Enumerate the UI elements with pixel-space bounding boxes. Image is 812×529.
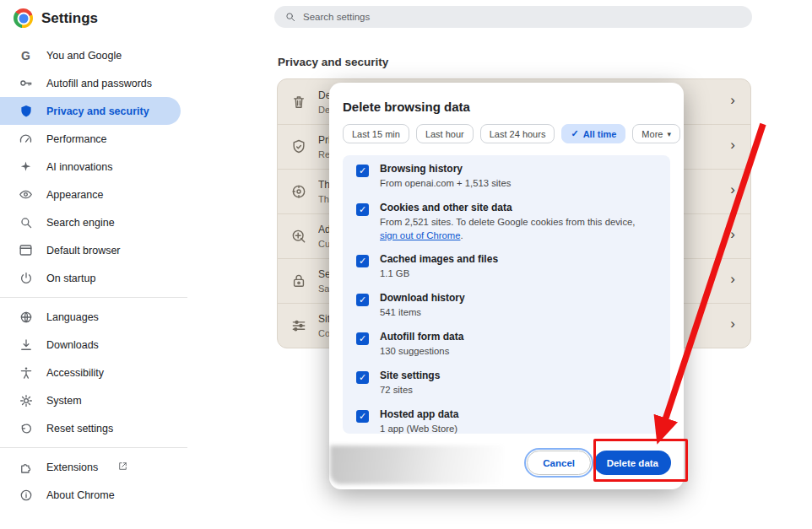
chip-more[interactable]: More▾: [632, 124, 680, 143]
external-link-icon: [117, 461, 128, 474]
sidebar-item-label: Appearance: [46, 189, 103, 201]
sidebar-item-label: Downloads: [46, 339, 99, 351]
settings-search-bar[interactable]: [274, 6, 752, 28]
item-label: Autofill form data: [380, 331, 463, 343]
puzzle-icon: [18, 459, 34, 475]
sidebar-item-languages[interactable]: Languages: [0, 303, 181, 331]
checkbox-row-cached-images[interactable]: ✓ Cached images and files 1.1 GB: [343, 246, 670, 284]
checkbox-checked-icon[interactable]: ✓: [356, 371, 369, 384]
redacted-blur: [330, 445, 504, 484]
sidebar-item-label: On startup: [46, 273, 95, 284]
sidebar-item-reset-settings[interactable]: Reset settings: [0, 414, 181, 442]
info-icon: [18, 487, 34, 503]
item-label: Hosted app data: [380, 408, 458, 420]
sign-out-link[interactable]: sign out of Chrome: [380, 230, 460, 240]
chip-last-hour[interactable]: Last hour: [416, 124, 474, 143]
sidebar-item-system[interactable]: System: [0, 386, 181, 414]
settings-sidebar: Settings G You and Google Autofill and p…: [0, 0, 187, 529]
page-title: Privacy and security: [278, 56, 388, 68]
lock-icon: [290, 273, 307, 289]
time-range-chips: Last 15 min Last hour Last 24 hours ✓All…: [329, 124, 684, 155]
checkbox-row-cookies[interactable]: ✓ Cookies and other site data From 2,521…: [343, 194, 670, 246]
magnifier-icon: [18, 214, 34, 230]
chip-label: All time: [583, 129, 617, 139]
sidebar-divider: [0, 297, 187, 298]
ads-icon: [290, 228, 307, 245]
sidebar-item-privacy-security[interactable]: Privacy and security: [0, 97, 181, 125]
sidebar-item-on-startup[interactable]: On startup: [0, 264, 181, 292]
sparkle-icon: [18, 159, 34, 175]
chip-label: Last hour: [425, 129, 464, 139]
browser-window-icon: [18, 242, 34, 258]
delete-browsing-data-dialog: Delete browsing data Last 15 min Last ho…: [329, 83, 684, 489]
sidebar-nav: G You and Google Autofill and passwords …: [0, 41, 187, 509]
checkbox-row-browsing-history[interactable]: ✓ Browsing history From openai.com + 1,5…: [343, 155, 670, 194]
chip-last-15-min[interactable]: Last 15 min: [343, 124, 409, 143]
chip-label: More: [641, 129, 663, 139]
row-subtitle: Co: [318, 328, 330, 338]
checkbox-row-hosted-app-data[interactable]: ✓ Hosted app data 1 app (Web Store): [343, 401, 670, 434]
sidebar-item-about-chrome[interactable]: About Chrome: [0, 481, 181, 509]
dropdown-caret-icon: ▾: [667, 130, 671, 138]
gear-icon: [18, 392, 34, 408]
key-icon: [18, 75, 34, 91]
cancel-button[interactable]: Cancel: [527, 451, 591, 475]
checkbox-checked-icon[interactable]: ✓: [356, 332, 369, 345]
power-icon: [18, 270, 34, 286]
chevron-right-icon: ›: [730, 271, 735, 288]
sidebar-item-autofill[interactable]: Autofill and passwords: [0, 69, 181, 97]
sidebar-item-ai-innovations[interactable]: AI innovations: [0, 153, 181, 181]
search-input[interactable]: [303, 12, 742, 22]
checkbox-checked-icon[interactable]: ✓: [356, 165, 369, 177]
globe-icon: [18, 309, 34, 325]
chevron-right-icon: ›: [730, 137, 735, 154]
checkbox-checked-icon[interactable]: ✓: [356, 255, 369, 267]
checkbox-row-site-settings[interactable]: ✓ Site settings 72 sites: [343, 362, 670, 401]
sidebar-item-label: You and Google: [46, 50, 122, 62]
reset-icon: [18, 420, 34, 436]
sidebar-item-label: Languages: [46, 311, 99, 323]
sidebar-item-label: Privacy and security: [46, 105, 149, 117]
sidebar-item-appearance[interactable]: Appearance: [0, 181, 181, 208]
sidebar-item-label: Autofill and passwords: [46, 78, 152, 89]
item-detail: 1 app (Web Store): [380, 423, 458, 434]
checkbox-checked-icon[interactable]: ✓: [356, 294, 369, 306]
sidebar-item-label: Default browser: [46, 245, 121, 256]
sidebar-item-accessibility[interactable]: Accessibility: [0, 359, 181, 386]
sidebar-item-label: AI innovations: [46, 161, 113, 173]
checkbox-row-autofill[interactable]: ✓ Autofill form data 130 suggestions: [343, 323, 670, 362]
chrome-logo-icon: [14, 8, 33, 28]
sidebar-item-extensions[interactable]: Extensions: [0, 453, 181, 481]
chip-last-24-hours[interactable]: Last 24 hours: [480, 124, 555, 143]
item-label: Cookies and other site data: [380, 202, 652, 213]
chip-all-time[interactable]: ✓All time: [561, 124, 625, 143]
chevron-right-icon: ›: [730, 226, 735, 243]
speedometer-icon: [18, 131, 34, 147]
sidebar-item-default-browser[interactable]: Default browser: [0, 236, 181, 264]
search-icon: [284, 11, 296, 23]
sidebar-item-downloads[interactable]: Downloads: [0, 331, 181, 359]
checkbox-row-download-history[interactable]: ✓ Download history 541 items: [343, 284, 670, 323]
checkbox-checked-icon[interactable]: ✓: [356, 410, 369, 423]
delete-data-button[interactable]: Delete data: [594, 451, 671, 475]
item-detail: 72 sites: [380, 384, 440, 397]
row-title: Sit: [318, 313, 330, 325]
chevron-right-icon: ›: [730, 181, 735, 198]
chip-label: Last 24 hours: [490, 129, 546, 139]
sidebar-item-search-engine[interactable]: Search engine: [0, 208, 181, 236]
item-label: Browsing history: [380, 163, 511, 175]
sidebar-item-you-and-google[interactable]: G You and Google: [0, 41, 181, 69]
sidebar-item-performance[interactable]: Performance: [0, 125, 181, 153]
item-detail: 130 suggestions: [380, 345, 463, 359]
download-icon: [18, 337, 34, 353]
item-detail: From openai.com + 1,513 sites: [380, 177, 511, 191]
item-detail: From 2,521 sites. To delete Google cooki…: [380, 216, 652, 243]
check-icon: ✓: [571, 128, 578, 139]
item-label: Site settings: [380, 370, 440, 381]
eye-icon: [290, 183, 307, 200]
chevron-right-icon: ›: [730, 92, 735, 109]
google-g-icon: G: [18, 47, 34, 63]
sidebar-item-label: About Chrome: [46, 489, 115, 501]
checkbox-checked-icon[interactable]: ✓: [356, 203, 369, 216]
chevron-right-icon: ›: [730, 316, 735, 332]
